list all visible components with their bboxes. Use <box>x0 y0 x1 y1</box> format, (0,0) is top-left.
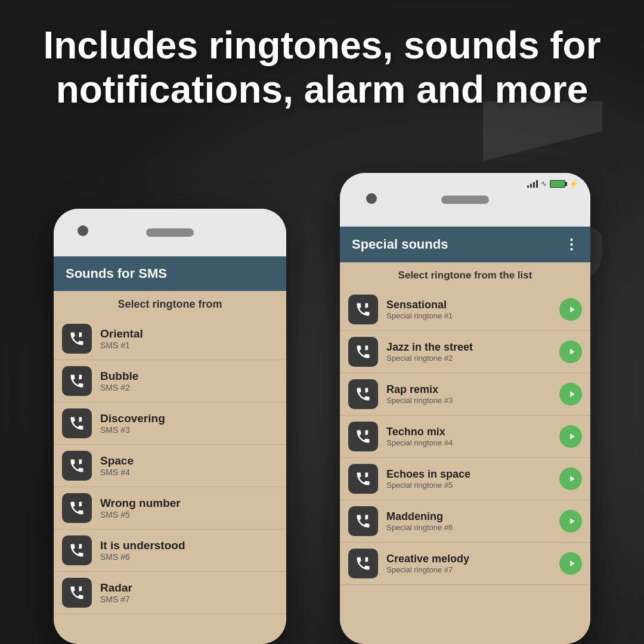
right-phone-screen: Special sounds ⋮ Select ringtone from th… <box>340 227 590 644</box>
right-select-text: Select ringtone from the list <box>340 262 590 289</box>
list-item[interactable]: Oriental SMS #1 <box>54 318 286 360</box>
item-title: It is understood <box>100 539 185 552</box>
ringtone-icon <box>348 422 378 451</box>
item-title: Rap remix <box>386 383 559 396</box>
ringtone-icon <box>62 535 92 565</box>
item-subtitle: SMS #3 <box>100 425 165 435</box>
ringtone-icon <box>62 324 92 354</box>
item-subtitle: Special ringtone #2 <box>386 354 559 363</box>
left-phone-top <box>54 209 286 256</box>
right-phone-top: ∿ ⚡ <box>340 173 590 227</box>
item-title: Wrong number <box>100 497 181 510</box>
status-bar: ∿ ⚡ <box>527 179 578 188</box>
left-phone: Sounds for SMS Select ringtone from Orie… <box>54 209 286 644</box>
left-app-bar: Sounds for SMS <box>54 256 286 291</box>
header-section: Includes ringtones, sounds for notificat… <box>0 12 644 123</box>
ringtone-icon <box>62 408 92 438</box>
list-item[interactable]: Space SMS #4 <box>54 445 286 487</box>
ringtone-icon <box>348 464 378 494</box>
play-button[interactable] <box>559 425 582 448</box>
item-subtitle: Special ringtone #1 <box>386 311 559 320</box>
right-ringtone-list: Sensational Special ringtone #1 Jazz in … <box>340 289 590 585</box>
list-item[interactable]: Maddening Special ringtone #6 <box>340 500 590 543</box>
right-item-text-2: Rap remix Special ringtone #3 <box>386 383 559 405</box>
play-button[interactable] <box>559 383 582 405</box>
item-subtitle: SMS #2 <box>100 383 138 392</box>
list-item[interactable]: Wrong number SMS #5 <box>54 487 286 530</box>
item-title: Jazz in the street <box>386 341 559 354</box>
ringtone-icon <box>348 295 378 324</box>
item-subtitle: SMS #6 <box>100 552 185 562</box>
list-item[interactable]: Sensational Special ringtone #1 <box>340 289 590 331</box>
list-item[interactable]: Radar SMS #7 <box>54 572 286 614</box>
left-camera-icon <box>78 225 88 236</box>
left-select-text: Select ringtone from <box>54 291 286 318</box>
right-speaker <box>441 196 489 204</box>
right-item-text-3: Techno mix Special ringtone #4 <box>386 426 559 447</box>
play-button[interactable] <box>559 298 582 321</box>
ringtone-icon <box>348 337 378 367</box>
list-item[interactable]: Discovering SMS #3 <box>54 402 286 445</box>
ringtone-icon <box>348 379 378 409</box>
left-item-text-0: Oriental SMS #1 <box>100 327 143 350</box>
right-phone: ∿ ⚡ Special sounds ⋮ Select ringtone fro… <box>340 173 590 644</box>
list-item[interactable]: Techno mix Special ringtone #4 <box>340 416 590 458</box>
item-title: Oriental <box>100 327 143 340</box>
list-item[interactable]: Jazz in the street Special ringtone #2 <box>340 331 590 373</box>
item-subtitle: Special ringtone #3 <box>386 396 559 405</box>
right-item-text-5: Maddening Special ringtone #6 <box>386 510 559 532</box>
list-item[interactable]: Echoes in space Special ringtone #5 <box>340 458 590 500</box>
left-item-text-6: Radar SMS #7 <box>100 581 132 604</box>
item-subtitle: Special ringtone #6 <box>386 523 559 532</box>
item-subtitle: Special ringtone #4 <box>386 438 559 447</box>
charging-icon: ⚡ <box>568 179 578 188</box>
ringtone-icon <box>62 493 92 523</box>
list-item[interactable]: Creative melody Special ringtone #7 <box>340 543 590 585</box>
phones-container: Sounds for SMS Select ringtone from Orie… <box>54 161 590 644</box>
right-item-text-6: Creative melody Special ringtone #7 <box>386 553 559 574</box>
ringtone-icon <box>348 549 378 578</box>
item-subtitle: SMS #1 <box>100 340 143 350</box>
left-item-text-3: Space SMS #4 <box>100 454 134 477</box>
header-title: Includes ringtones, sounds for notificat… <box>36 24 608 112</box>
item-title: Radar <box>100 581 132 595</box>
left-app-title: Sounds for SMS <box>66 266 167 281</box>
item-subtitle: SMS #5 <box>100 510 181 519</box>
item-subtitle: SMS #7 <box>100 595 132 604</box>
signal-icon <box>527 179 538 188</box>
list-item[interactable]: Bubble SMS #2 <box>54 360 286 402</box>
ringtone-icon <box>62 578 92 608</box>
list-item[interactable]: It is understood SMS #6 <box>54 530 286 572</box>
item-title: Discovering <box>100 412 165 425</box>
list-item[interactable]: Rap remix Special ringtone #3 <box>340 373 590 416</box>
play-button[interactable] <box>559 340 582 363</box>
item-title: Techno mix <box>386 426 559 438</box>
right-item-text-0: Sensational Special ringtone #1 <box>386 299 559 320</box>
item-subtitle: SMS #4 <box>100 467 134 477</box>
item-title: Bubble <box>100 370 138 383</box>
ringtone-icon <box>62 451 92 481</box>
play-button[interactable] <box>559 467 582 490</box>
left-item-text-1: Bubble SMS #2 <box>100 370 138 392</box>
item-title: Creative melody <box>386 553 559 565</box>
right-app-bar: Special sounds ⋮ <box>340 227 590 262</box>
left-item-text-4: Wrong number SMS #5 <box>100 497 181 519</box>
right-item-text-1: Jazz in the street Special ringtone #2 <box>386 341 559 363</box>
item-title: Sensational <box>386 299 559 311</box>
left-item-text-2: Discovering SMS #3 <box>100 412 165 435</box>
left-item-text-5: It is understood SMS #6 <box>100 539 185 562</box>
right-item-text-4: Echoes in space Special ringtone #5 <box>386 468 559 490</box>
play-button[interactable] <box>559 510 582 532</box>
play-button[interactable] <box>559 552 582 575</box>
left-phone-screen: Sounds for SMS Select ringtone from Orie… <box>54 256 286 644</box>
item-title: Space <box>100 454 134 467</box>
left-speaker <box>146 228 194 237</box>
item-subtitle: Special ringtone #5 <box>386 481 559 490</box>
item-title: Echoes in space <box>386 468 559 481</box>
ringtone-icon <box>62 366 92 396</box>
menu-dots-button[interactable]: ⋮ <box>564 236 578 253</box>
ringtone-icon <box>348 506 378 536</box>
wifi-icon: ∿ <box>541 179 547 188</box>
left-ringtone-list: Oriental SMS #1 Bubble SMS #2 Discoverin… <box>54 318 286 614</box>
item-title: Maddening <box>386 510 559 523</box>
